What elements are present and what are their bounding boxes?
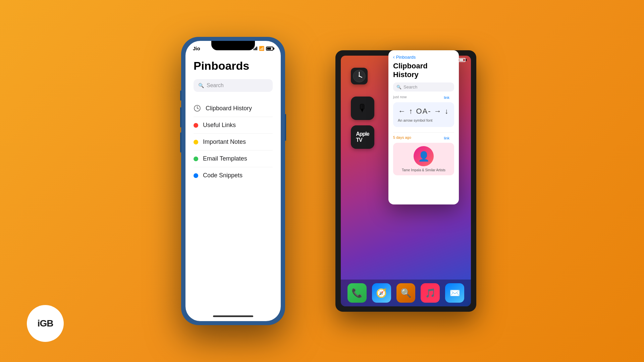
panel-back-label[interactable]: Pinboards — [396, 55, 416, 60]
panel-item-2-card[interactable]: 👤 Tame Impala & Similar Artists — [393, 143, 454, 175]
panel-search-bar[interactable]: 🔍 Search — [393, 82, 454, 92]
panel-back-nav[interactable]: ‹ Pinboards — [393, 54, 454, 60]
dock-app-music[interactable]: 🎵 — [421, 283, 440, 303]
panel-search-icon: 🔍 — [396, 85, 401, 89]
dock-app-search[interactable]: 🔍 — [396, 283, 416, 303]
dot-code — [194, 173, 198, 178]
devices-wrapper: 📶 — [188, 37, 456, 325]
panel-item-2-time: 5 days ago — [393, 135, 411, 139]
iphone-silent-btn — [180, 90, 181, 101]
iphone-notch-area: Jio 📶 — [185, 41, 281, 53]
iphone-content: Pinboards 🔍 Search — [185, 53, 281, 313]
panel-arrow-symbols: ← ↑ OA- → ↓ — [398, 107, 449, 116]
svg-line-6 — [197, 108, 199, 109]
ipad-battery-icon — [458, 58, 466, 62]
panel-item-1-card[interactable]: ← ↑ OA- → ↓ An arrow symbol font — [393, 102, 454, 127]
ipad-app-voicememo[interactable]: 🎙 — [351, 97, 374, 120]
ipad-app-clock[interactable] — [351, 68, 368, 84]
iphone-app-title: Pinboards — [194, 59, 273, 72]
iphone-battery-icon — [266, 47, 273, 51]
iphone-signal-icon — [254, 47, 257, 50]
ipad-app-tv[interactable]: AppleTV — [351, 125, 374, 149]
list-item-email[interactable]: Email Templates — [194, 150, 273, 167]
panel-title: Clipboard History — [393, 62, 454, 79]
iphone-list: Clipboard History Useful Links Important… — [194, 100, 273, 184]
dock-app-phone[interactable]: 📞 — [347, 283, 367, 303]
igb-logo: iGB — [27, 305, 64, 342]
panel-item-1-time: just now — [393, 95, 407, 99]
list-item-code[interactable]: Code Snippets — [194, 167, 273, 184]
panel-item-2-tag[interactable]: link — [444, 136, 449, 140]
artist-image: 👤 — [414, 146, 434, 166]
panel-search-placeholder: Search — [404, 84, 417, 89]
list-item-clipboard[interactable]: Clipboard History — [194, 100, 273, 117]
iphone-notch — [211, 41, 255, 50]
panel-item-1: just now link ← ↑ OA- → ↓ An arrow symbo… — [393, 95, 454, 130]
search-icon: 🔍 — [198, 83, 204, 88]
iphone-device: Jio 📶 Pinboards — [181, 37, 285, 325]
dot-notes — [194, 140, 198, 144]
list-label-links: Useful Links — [203, 122, 236, 129]
list-label-code: Code Snippets — [203, 172, 243, 179]
list-item-links[interactable]: Useful Links — [194, 117, 273, 134]
iphone-search-bar[interactable]: 🔍 Search — [194, 79, 273, 92]
list-label-notes: Important Notes — [203, 138, 246, 145]
list-item-notes[interactable]: Important Notes — [194, 134, 273, 150]
panel-item-2: 5 days ago link 👤 Tame Impala & Similar … — [393, 135, 454, 175]
ipad-panel: ‹ Pinboards Clipboard History 🔍 Search j… — [388, 50, 459, 204]
artist-name: Tame Impala & Similar Artists — [402, 168, 445, 172]
panel-divider — [393, 132, 454, 133]
dot-email — [194, 157, 198, 161]
iphone-home-indicator — [213, 315, 253, 317]
iphone-power-btn — [285, 114, 286, 141]
iphone-wifi-icon: 📶 — [259, 46, 264, 51]
dock-app-safari[interactable]: 🧭 — [372, 283, 391, 303]
list-label-email: Email Templates — [203, 155, 247, 162]
ipad-dock: 📞 🧭 🔍 🎵 ✉️ — [341, 280, 471, 306]
iphone-vol-down-btn — [180, 132, 181, 153]
dot-links — [194, 123, 198, 128]
iphone-screen: Jio 📶 Pinboards — [185, 41, 281, 321]
panel-item-1-desc: An arrow symbol font — [398, 118, 432, 122]
search-placeholder-text: Search — [207, 82, 224, 88]
igb-logo-text: iGB — [38, 318, 53, 329]
list-label-clipboard: Clipboard History — [206, 105, 252, 112]
iphone-carrier: Jio — [193, 46, 200, 51]
iphone-status-icons: 📶 — [254, 46, 273, 51]
panel-item-1-tag[interactable]: link — [444, 96, 449, 100]
panel-back-chevron: ‹ — [393, 54, 395, 60]
iphone-vol-up-btn — [180, 107, 181, 127]
svg-point-3 — [359, 75, 360, 77]
clipboard-icon — [194, 105, 201, 112]
dock-app-mail[interactable]: ✉️ — [445, 283, 464, 303]
